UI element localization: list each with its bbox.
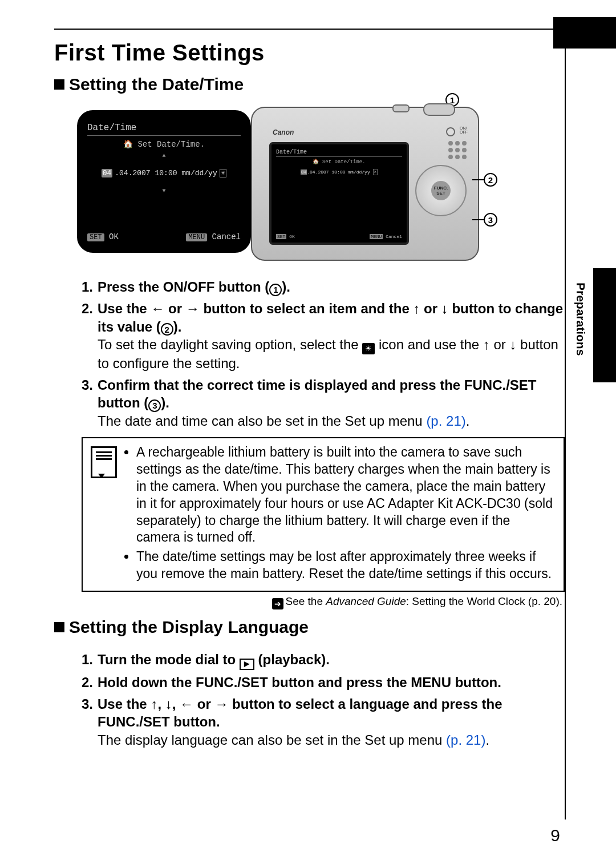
see-also-arrow-icon: ➔ xyxy=(272,598,283,609)
page-number: 9 xyxy=(550,826,560,845)
mode-dial xyxy=(392,104,410,112)
inline-callout-3: 3 xyxy=(148,399,161,412)
down-arrow-icon: ↓ xyxy=(165,696,172,712)
callout-line-2 xyxy=(472,179,485,180)
steps-date-time: Press the ON/OFF button (1). Use the ← o… xyxy=(82,278,565,430)
camera-body: Canon ON/ OFF Date/Time 🏠 Set Date/Time.… xyxy=(251,107,479,261)
shutter-button xyxy=(423,103,455,116)
note-item-1: A rechargeable lithium battery is built … xyxy=(136,444,556,546)
step-b2: Hold down the FUNC./SET button and press… xyxy=(82,673,565,692)
camera-lcd: Date/Time 🏠 Set Date/Time. 04.04.2007 10… xyxy=(269,142,409,245)
lcd-date-row: 04.04.2007 10:00 mm/dd/yy ☀ xyxy=(87,169,241,177)
section-date-time-label: Setting the Date/Time xyxy=(69,75,244,94)
callout-3: 3 xyxy=(484,213,497,227)
dst-icon: ☀ xyxy=(220,169,227,177)
left-arrow-icon: ← xyxy=(180,696,193,712)
power-button xyxy=(446,127,455,136)
note-icon xyxy=(91,446,117,478)
right-rule xyxy=(565,29,566,819)
lcd-subtitle: 🏠 Set Date/Time. xyxy=(87,139,241,149)
page-title: First Time Settings xyxy=(54,40,565,66)
playback-icon: ▶ xyxy=(240,659,254,670)
callout-2: 2 xyxy=(484,173,497,187)
inline-callout-1: 1 xyxy=(269,284,282,296)
power-label: ON/ OFF xyxy=(460,126,468,134)
page-ref-21[interactable]: (p. 21) xyxy=(426,413,465,429)
down-arrow-icon: ↓ xyxy=(441,301,448,316)
step-a3: Confirm that the correct time is display… xyxy=(82,376,565,430)
up-arrow-icon: ↑ xyxy=(413,301,420,316)
steps-language: Turn the mode dial to ▶ (playback). Hold… xyxy=(82,651,565,749)
side-black-tab xyxy=(593,268,616,382)
section-language-label: Setting the Display Language xyxy=(69,617,309,637)
up-arrow-icon: ↑ xyxy=(151,696,157,712)
section-date-time: Setting the Date/Time xyxy=(54,75,565,94)
bullet-square-icon xyxy=(54,79,64,90)
side-section-label: Preparations xyxy=(574,282,587,356)
page-ref-21b[interactable]: (p. 21) xyxy=(446,732,485,748)
control-pad: FUNC. SET xyxy=(415,165,467,216)
right-arrow-icon: → xyxy=(186,301,200,316)
note-box: A rechargeable lithium battery is built … xyxy=(82,437,565,592)
func-set-button: FUNC. SET xyxy=(431,181,451,200)
lcd-screen-enlarged: Date/Time 🏠 Set Date/Time. ▲ 04.04.2007 … xyxy=(77,110,251,253)
top-rule xyxy=(54,29,616,30)
dst-inline-icon: ☀ xyxy=(362,343,375,354)
note-item-2: The date/time settings may be lost after… xyxy=(136,548,556,583)
step-a1: Press the ON/OFF button (1). xyxy=(82,278,565,296)
lcd-bottom-bar: SET OK MENU Cancel xyxy=(87,232,241,241)
inline-callout-2: 2 xyxy=(161,323,173,336)
callout-line-3 xyxy=(472,219,485,220)
bullet-square-icon xyxy=(54,622,64,632)
left-arrow-icon: ← xyxy=(151,301,164,316)
brand-logo: Canon xyxy=(273,128,294,136)
right-arrow-icon: → xyxy=(214,696,228,712)
see-also: ➔See the Advanced Guide: Setting the Wor… xyxy=(82,595,565,609)
illustration-row: Date/Time 🏠 Set Date/Time. ▲ 04.04.2007 … xyxy=(77,99,565,264)
step-b1: Turn the mode dial to ▶ (playback). xyxy=(82,651,565,670)
section-language: Setting the Display Language xyxy=(54,617,565,637)
lcd-title: Date/Time xyxy=(87,123,241,136)
button-grid xyxy=(448,141,467,159)
header-black-tab xyxy=(553,17,616,49)
step-a2: Use the ← or → button to select an item … xyxy=(82,300,565,373)
camera-illustration: 1 Canon ON/ OFF Date/Time 🏠 Set Date/Tim… xyxy=(251,99,491,264)
step-b3: Use the ↑, ↓, ← or → button to select a … xyxy=(82,695,565,749)
lcd-date-highlight: 04 xyxy=(102,169,113,177)
